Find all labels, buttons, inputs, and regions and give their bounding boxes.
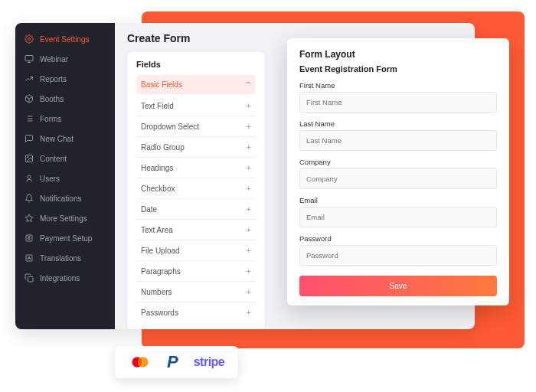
sidebar-item-new-chat[interactable]: New Chat xyxy=(15,129,115,149)
plus-icon: + xyxy=(247,246,251,255)
svg-point-13 xyxy=(28,175,31,178)
form-layout-heading: Form Layout xyxy=(299,49,497,60)
gear-icon xyxy=(25,34,34,44)
sidebar-item-label: Integrations xyxy=(40,274,80,283)
sidebar-item-label: More Settings xyxy=(40,214,87,223)
sidebar-item-forms[interactable]: Forms xyxy=(15,109,115,129)
field-item-dropdown-select[interactable]: Dropdown Select+ xyxy=(136,116,256,137)
sidebar-item-reports[interactable]: Reports xyxy=(15,69,115,89)
sidebar-item-event-settings[interactable]: Event Settings xyxy=(15,29,115,49)
stripe-icon: stripe xyxy=(194,355,225,369)
fields-heading: Fields xyxy=(136,60,256,69)
plus-icon: + xyxy=(247,101,251,110)
sidebar-item-label: Payment Setup xyxy=(40,234,92,243)
plus-icon: + xyxy=(247,122,251,131)
field-item-numbers[interactable]: Numbers+ xyxy=(136,282,256,302)
svg-point-0 xyxy=(28,38,31,41)
user-icon xyxy=(25,174,34,183)
save-button[interactable]: Save xyxy=(299,276,497,296)
svg-marker-14 xyxy=(25,214,33,222)
company-input[interactable] xyxy=(299,168,497,189)
field-label: Checkbox xyxy=(141,185,175,193)
sidebar-item-users[interactable]: Users xyxy=(15,168,115,188)
sidebar-item-label: New Chat xyxy=(40,135,74,143)
fields-group-header[interactable]: Basic Fields ⌃ xyxy=(136,75,256,94)
mastercard-icon xyxy=(129,354,152,370)
field-item-file-upload[interactable]: File Upload+ xyxy=(136,240,256,261)
field-label: Email xyxy=(299,196,497,204)
field-item-headings[interactable]: Headings+ xyxy=(136,158,256,178)
field-item-checkbox[interactable]: Checkbox+ xyxy=(136,178,256,199)
field-label: Paragraphs xyxy=(141,267,181,276)
gear-outline-icon xyxy=(25,214,34,223)
sidebar-item-label: Notifications xyxy=(40,194,81,203)
bell-icon xyxy=(25,194,34,203)
form-group-last-name: Last Name xyxy=(299,119,497,151)
chevron-up-icon: ⌃ xyxy=(245,80,251,89)
field-label: Dropdown Select xyxy=(141,122,199,131)
plus-icon: + xyxy=(247,225,251,234)
sidebar-item-content[interactable]: Content xyxy=(15,149,115,168)
plus-icon: + xyxy=(247,142,251,152)
field-item-date[interactable]: Date+ xyxy=(136,199,256,220)
field-label: First Name xyxy=(299,81,497,90)
field-item-radio-group[interactable]: Radio Group+ xyxy=(136,137,256,158)
sidebar-item-more-settings[interactable]: More Settings xyxy=(15,208,115,228)
plus-icon: + xyxy=(247,163,251,172)
form-group-email: Email xyxy=(299,196,497,227)
form-title: Event Registration Form xyxy=(299,64,497,74)
copy-icon xyxy=(25,273,34,283)
field-label: Numbers xyxy=(141,288,172,296)
sidebar-item-label: Content xyxy=(40,155,67,163)
sidebar-item-label: Translations xyxy=(40,254,81,263)
password-input[interactable] xyxy=(299,245,497,266)
field-label: File Upload xyxy=(141,247,180,255)
form-layout-panel: Form Layout Event Registration Form Firs… xyxy=(287,38,509,305)
plus-icon: + xyxy=(247,308,251,317)
sidebar-item-booths[interactable]: Booths xyxy=(15,89,115,109)
fields-group-label: Basic Fields xyxy=(141,80,182,89)
field-label: Last Name xyxy=(299,119,497,128)
email-input[interactable] xyxy=(299,207,497,227)
form-group-first-name: First Name xyxy=(299,81,497,113)
first-name-input[interactable] xyxy=(299,92,497,113)
field-label: Password xyxy=(299,234,497,243)
sidebar-item-notifications[interactable]: Notifications xyxy=(15,188,115,208)
sidebar-item-integrations[interactable]: Integrations xyxy=(15,268,115,288)
last-name-input[interactable] xyxy=(299,130,497,151)
plus-icon: + xyxy=(247,266,251,276)
field-label: Company xyxy=(299,158,497,166)
payment-logos: P stripe xyxy=(115,346,238,378)
sidebar-item-label: Webinar xyxy=(40,55,68,64)
sidebar-item-webinar[interactable]: Webinar xyxy=(15,49,115,69)
plus-icon: + xyxy=(247,184,251,193)
plus-icon: + xyxy=(247,287,251,296)
field-item-text-area[interactable]: Text Area+ xyxy=(136,220,256,240)
plus-icon: + xyxy=(247,204,251,214)
form-group-password: Password xyxy=(299,234,497,266)
list-icon xyxy=(25,114,34,123)
sidebar: Event Settings Webinar Reports Booths Fo… xyxy=(15,23,115,329)
sidebar-item-label: Forms xyxy=(40,115,61,123)
monitor-icon xyxy=(25,54,34,64)
svg-rect-1 xyxy=(25,56,33,61)
svg-rect-17 xyxy=(28,277,34,283)
sidebar-item-label: Users xyxy=(40,175,60,183)
fields-panel: Fields Basic Fields ⌃ Text Field+ Dropdo… xyxy=(127,52,265,329)
field-item-passwords[interactable]: Passwords+ xyxy=(136,302,256,322)
lang-icon xyxy=(25,253,34,263)
field-label: Text Area xyxy=(141,226,173,234)
sidebar-item-payment-setup[interactable]: Payment Setup xyxy=(15,228,115,248)
field-item-paragraphs[interactable]: Paragraphs+ xyxy=(136,261,256,282)
sidebar-item-label: Reports xyxy=(40,75,67,83)
field-label: Text Field xyxy=(141,102,174,110)
field-item-text-field[interactable]: Text Field+ xyxy=(136,96,256,116)
sidebar-item-translations[interactable]: Translations xyxy=(15,248,115,268)
field-label: Headings xyxy=(141,164,173,172)
paypal-icon: P xyxy=(167,352,178,372)
dollar-icon xyxy=(25,234,34,243)
field-label: Date xyxy=(141,205,157,214)
svg-point-12 xyxy=(28,157,29,158)
chat-icon xyxy=(25,134,34,143)
sidebar-item-label: Event Settings xyxy=(40,35,89,44)
